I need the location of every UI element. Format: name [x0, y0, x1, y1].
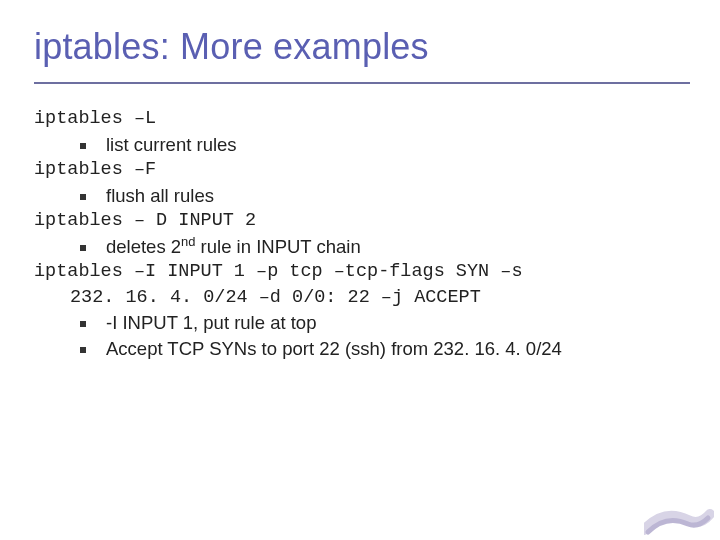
code-line-3: iptables – D INPUT 2 [34, 208, 690, 234]
slide-body: iptables –L list current rules iptables … [34, 106, 690, 361]
bullet-marker [80, 194, 86, 200]
corner-brush-icon [644, 500, 714, 536]
bullet-item: -I INPUT 1, put rule at top [34, 310, 690, 336]
bullet-marker [80, 347, 86, 353]
code-line-4b: 232. 16. 4. 0/24 –d 0/0: 22 –j ACCEPT [34, 285, 690, 311]
bullet-text: Accept TCP SYNs to port 22 (ssh) from 23… [106, 336, 562, 362]
bullet-text-pre: deletes 2 [106, 236, 181, 257]
bullet-item: list current rules [34, 132, 690, 158]
bullet-item: flush all rules [34, 183, 690, 209]
bullet-text-post: rule in INPUT chain [195, 236, 360, 257]
code-line-4: iptables –I INPUT 1 –p tcp –tcp-flags SY… [34, 259, 690, 310]
bullet-marker [80, 321, 86, 327]
bullet-marker [80, 143, 86, 149]
bullet-text: flush all rules [106, 183, 214, 209]
bullet-text: list current rules [106, 132, 237, 158]
bullet-text: -I INPUT 1, put rule at top [106, 310, 316, 336]
bullet-item: Accept TCP SYNs to port 22 (ssh) from 23… [34, 336, 690, 362]
bullet-text: deletes 2nd rule in INPUT chain [106, 234, 361, 260]
slide-title: iptables: More examples [34, 20, 690, 82]
bullet-marker [80, 245, 86, 251]
title-underline [34, 82, 690, 84]
code-line-4a: iptables –I INPUT 1 –p tcp –tcp-flags SY… [34, 261, 522, 282]
code-line-1: iptables –L [34, 106, 690, 132]
bullet-item: deletes 2nd rule in INPUT chain [34, 234, 690, 260]
code-line-2: iptables –F [34, 157, 690, 183]
ordinal-sup: nd [181, 233, 195, 248]
